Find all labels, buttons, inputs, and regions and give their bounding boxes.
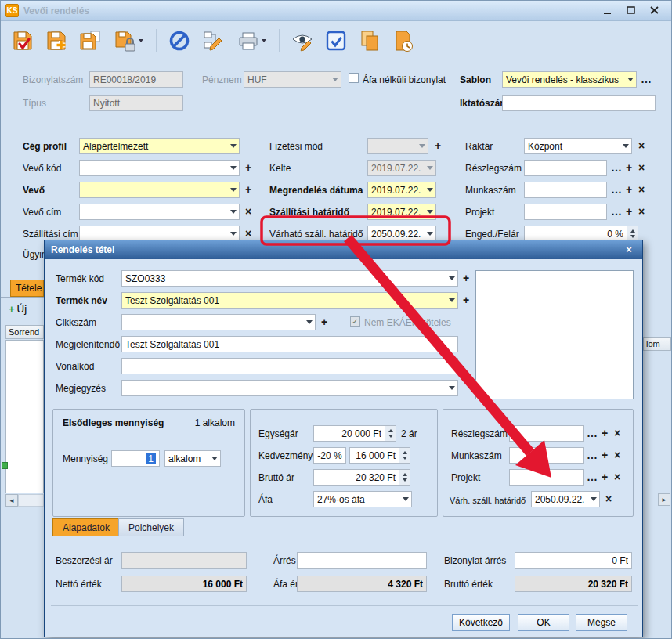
tab-polchelyek[interactable]: Polchelyek [118, 518, 184, 536]
vevo-cim-clear-button[interactable]: × [242, 204, 255, 220]
print-button[interactable] [233, 25, 270, 56]
dropdown-button[interactable] [228, 204, 239, 219]
ceg-profil-combo[interactable]: Alapértelmezett [79, 138, 240, 154]
hscroll-left-button[interactable]: ◄ [5, 494, 18, 507]
vevo-combo[interactable] [79, 182, 240, 198]
hscroll-track[interactable] [18, 494, 44, 507]
reszlegszam-field[interactable] [524, 160, 607, 176]
items-grid-fragment[interactable] [5, 340, 44, 493]
document-history-button[interactable] [389, 25, 417, 56]
dlg-reszlegszam-clear-button[interactable]: × [611, 425, 623, 442]
dropdown-button[interactable] [620, 139, 631, 153]
varh-szall-field[interactable]: 2050.09.22. [531, 491, 600, 507]
copy-document-button[interactable] [356, 25, 384, 56]
projekt-field[interactable] [524, 204, 607, 220]
ok-button[interactable]: OK [518, 614, 569, 631]
dropdown-button[interactable] [425, 182, 435, 197]
termek-nev-combo[interactable]: Teszt Szolgáltatás 001 [121, 292, 458, 309]
egysegar-field[interactable]: 20 000 Ft [313, 425, 385, 442]
brutto-ar-field[interactable]: 20 320 Ft [313, 469, 399, 486]
select-button[interactable] [322, 25, 350, 56]
dlg-projekt-clear-button[interactable]: × [611, 469, 623, 486]
dialog-close-button[interactable]: × [622, 244, 636, 256]
dropdown-button[interactable] [417, 139, 428, 153]
grid-header-sorrend[interactable]: Sorrend [5, 325, 44, 339]
dropdown-button[interactable] [228, 182, 239, 197]
afa-nelkuli-checkbox[interactable] [349, 73, 359, 83]
maximize-button[interactable] [624, 5, 638, 17]
dropdown-button[interactable] [330, 72, 341, 87]
bizonylat-arres-field[interactable]: 0 Ft [515, 552, 632, 569]
egysegar-spinner[interactable] [385, 425, 396, 442]
reszlegszam-more-button[interactable]: … [610, 160, 623, 176]
reszlegszam-clear-button[interactable]: × [635, 160, 648, 176]
next-button[interactable]: Következő [452, 614, 510, 631]
dlg-projekt-field[interactable] [509, 469, 584, 486]
szallitasi-hatarido-field[interactable]: 2019.07.22. [367, 204, 436, 220]
dropdown-button[interactable] [209, 451, 220, 466]
fizetesi-mod-add-button[interactable]: + [432, 138, 444, 154]
dlg-projekt-add-button[interactable]: + [598, 469, 611, 486]
projekt-add-button[interactable]: + [623, 204, 635, 220]
dlg-reszlegszam-more-button[interactable]: … [586, 425, 598, 442]
dlg-projekt-more-button[interactable]: … [586, 469, 598, 486]
vevo-kod-add-button[interactable]: + [242, 160, 255, 176]
raktar-combo[interactable]: Központ [524, 138, 632, 154]
munkaszam-field[interactable] [524, 182, 607, 198]
vonalkod-field[interactable] [121, 358, 458, 374]
megjegyzes-field[interactable] [121, 380, 458, 396]
tab-tetelek[interactable]: Tétele [10, 280, 44, 297]
projekt-clear-button[interactable]: × [635, 204, 648, 220]
termek-nev-add-button[interactable]: + [460, 292, 472, 309]
dlg-munkaszam-add-button[interactable]: + [598, 447, 611, 464]
dropdown-button[interactable] [304, 315, 315, 330]
dropdown-button[interactable] [588, 492, 599, 507]
cancel-dialog-button[interactable]: Mégse [576, 614, 627, 631]
dlg-reszlegszam-add-button[interactable]: + [598, 425, 611, 442]
dropdown-button[interactable] [446, 381, 457, 395]
dropdown-button[interactable] [446, 293, 457, 308]
dropdown-button[interactable] [400, 492, 411, 507]
hscroll-right-button[interactable]: ► [658, 493, 670, 506]
termek-kod-combo[interactable]: SZO0333 [121, 270, 458, 287]
cikkszam-combo[interactable] [121, 314, 316, 330]
mennyiseg-input[interactable]: 1 [111, 450, 160, 467]
projekt-more-button[interactable]: … [610, 204, 623, 220]
munkaszam-clear-button[interactable]: × [635, 182, 648, 198]
afa-combo[interactable]: 27%-os áfa [313, 491, 412, 507]
penznem-combo[interactable]: HUF [244, 71, 341, 88]
raktar-clear-button[interactable]: × [635, 138, 648, 154]
dlg-munkaszam-more-button[interactable]: … [586, 447, 598, 464]
dropdown-button[interactable] [625, 72, 636, 87]
cancel-document-button[interactable] [165, 25, 193, 56]
save-copy-button[interactable] [76, 25, 104, 56]
kedvezmeny-pct-field[interactable]: -20 % [313, 447, 346, 464]
arres-field[interactable] [297, 552, 427, 569]
uj-item-button[interactable]: +Új [9, 303, 27, 315]
save-button[interactable] [9, 25, 37, 56]
minimize-button[interactable] [601, 5, 615, 17]
view-edit-button[interactable] [288, 25, 316, 56]
dropdown-button[interactable] [228, 161, 239, 175]
save-new-button[interactable] [42, 25, 70, 56]
vevo-kod-combo[interactable] [79, 160, 240, 176]
grid-header-alkalom-fragment[interactable]: lom [643, 337, 671, 351]
kedvezmeny-spinner[interactable] [399, 447, 410, 464]
vevo-add-button[interactable]: + [242, 182, 255, 198]
megjelenitendo-field[interactable]: Teszt Szolgáltatás 001 [121, 336, 458, 352]
dropdown-button[interactable] [228, 139, 239, 153]
vevo-cim-combo[interactable] [79, 204, 240, 220]
close-button[interactable] [648, 5, 662, 17]
termek-kod-add-button[interactable]: + [460, 270, 472, 287]
transfer-button[interactable] [199, 25, 227, 56]
fizetesi-mod-combo[interactable] [367, 138, 428, 154]
dropdown-button[interactable] [425, 204, 435, 219]
sablon-more-button[interactable]: … [640, 71, 652, 88]
munkaszam-add-button[interactable]: + [623, 182, 635, 198]
unit-combo[interactable]: alkalom [164, 450, 221, 467]
dlg-munkaszam-field[interactable] [509, 447, 584, 464]
brutto-ar-spinner[interactable] [399, 469, 410, 486]
dlg-munkaszam-clear-button[interactable]: × [611, 447, 623, 464]
dlg-reszlegszam-field[interactable] [509, 425, 584, 442]
dropdown-button[interactable] [446, 271, 457, 286]
